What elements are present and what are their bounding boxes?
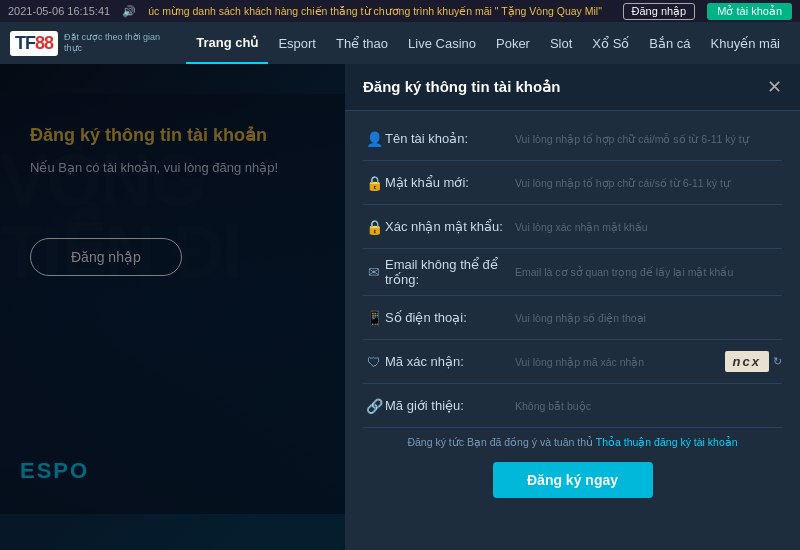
form-row-confirm-password: 🔒 Xác nhận mật khẩu: <box>363 205 782 249</box>
logo: TF88 Đặt cược theo thời gian thực <box>10 31 174 56</box>
email-icon: ✉ <box>363 264 385 280</box>
nav-item-slot[interactable]: Slot <box>540 22 582 64</box>
modal-header: Đăng ký thông tin tài khoản ✕ <box>345 64 800 111</box>
form-row-captcha: 🛡 Mã xác nhận: ncx ↻ <box>363 340 782 384</box>
captcha-image[interactable]: ncx <box>725 351 769 372</box>
nav-item-poker[interactable]: Poker <box>486 22 540 64</box>
nav-item-khuyenmai[interactable]: Khuyến mãi <box>701 22 790 64</box>
form-row-phone: 📱 Số điện thoại: <box>363 296 782 340</box>
username-input[interactable] <box>515 133 782 145</box>
top-bar-time: 2021-05-06 16:15:41 <box>8 5 110 17</box>
username-label: Tên tài khoản: <box>385 131 515 146</box>
captcha-label: Mã xác nhận: <box>385 354 515 369</box>
modal-body: 👤 Tên tài khoản: 🔒 Mật khẩu mới: 🔒 Xác n… <box>345 111 800 518</box>
sound-icon[interactable]: 🔊 <box>122 5 136 18</box>
lock-icon-password: 🔒 <box>363 175 385 191</box>
phone-input[interactable] <box>515 312 782 324</box>
confirm-password-label: Xác nhận mật khẩu: <box>385 219 515 234</box>
shield-icon: 🛡 <box>363 354 385 370</box>
password-label: Mật khẩu mới: <box>385 175 515 190</box>
logo-text: TF88 <box>10 31 58 56</box>
register-button-topbar[interactable]: Mở tài khoản <box>707 3 792 20</box>
registration-modal: Đăng ký thông tin tài khoản ✕ 👤 Tên tài … <box>345 64 800 550</box>
nav-item-home[interactable]: Trang chủ <box>186 22 268 64</box>
referral-input[interactable] <box>515 400 782 412</box>
login-button-topbar[interactable]: Đăng nhập <box>623 3 696 20</box>
main-nav: TF88 Đặt cược theo thời gian thực Trang … <box>0 22 800 64</box>
email-input[interactable] <box>515 266 782 278</box>
email-label: Email không thể để trống: <box>385 257 515 287</box>
form-row-referral: 🔗 Mã giới thiệu: <box>363 384 782 428</box>
nav-item-esport[interactable]: Esport <box>268 22 326 64</box>
phone-label: Số điện thoại: <box>385 310 515 325</box>
link-icon: 🔗 <box>363 398 385 414</box>
modal-footer-note: Đăng ký tức Bạn đã đồng ý và tuân thủ Th… <box>363 428 782 454</box>
confirm-password-input[interactable] <box>515 221 782 233</box>
user-icon: 👤 <box>363 131 385 147</box>
top-bar: 2021-05-06 16:15:41 🔊 úc mừng danh sách … <box>0 0 800 22</box>
nav-item-thethao[interactable]: Thể thao <box>326 22 398 64</box>
nav-item-banca[interactable]: Bắn cá <box>639 22 700 64</box>
submit-register-button[interactable]: Đăng ký ngay <box>493 462 653 498</box>
lock-icon-confirm: 🔒 <box>363 219 385 235</box>
phone-icon: 📱 <box>363 310 385 326</box>
terms-link[interactable]: Thỏa thuận đăng ký tài khoản <box>596 436 738 448</box>
captcha-refresh[interactable]: ↻ <box>773 355 782 368</box>
top-bar-notice: úc mừng danh sách khách hàng chiến thắng… <box>148 5 610 17</box>
form-row-username: 👤 Tên tài khoản: <box>363 117 782 161</box>
form-row-email: ✉ Email không thể để trống: <box>363 249 782 296</box>
captcha-input[interactable] <box>515 356 725 368</box>
logo-tagline: Đặt cược theo thời gian thực <box>64 32 174 54</box>
nav-item-xoso[interactable]: Xổ Số <box>582 22 639 64</box>
modal-title: Đăng ký thông tin tài khoản <box>363 78 560 96</box>
form-row-password: 🔒 Mật khẩu mới: <box>363 161 782 205</box>
nav-item-livecasino[interactable]: Live Casino <box>398 22 486 64</box>
modal-close-button[interactable]: ✕ <box>767 78 782 96</box>
password-input[interactable] <box>515 177 782 189</box>
referral-label: Mã giới thiệu: <box>385 398 515 413</box>
